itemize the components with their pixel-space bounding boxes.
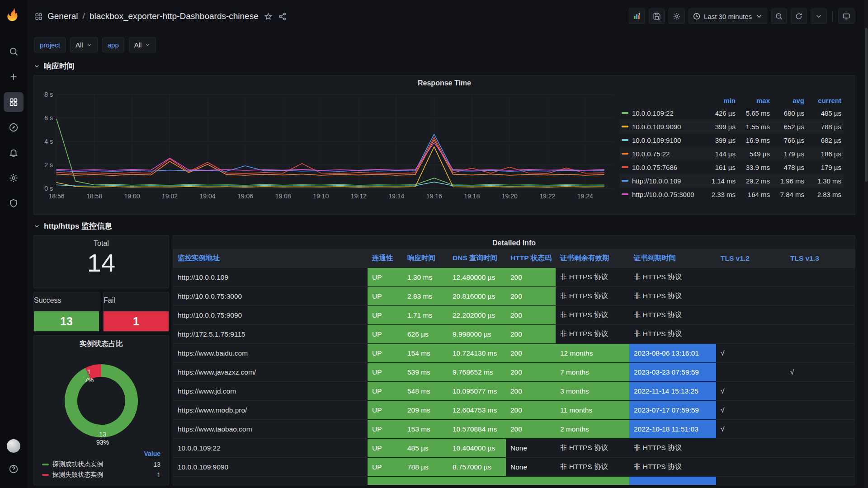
column-header[interactable]: 响应时间 bbox=[403, 249, 448, 268]
legend-series-name[interactable]: 10.0.0.109:9100 bbox=[622, 136, 701, 144]
slice-label[interactable]: 探测失败状态实例 bbox=[52, 471, 153, 479]
legend-max: 5.65 ms bbox=[736, 109, 770, 117]
breadcrumb-folder[interactable]: General bbox=[47, 11, 78, 21]
clock-icon bbox=[693, 12, 701, 20]
panel-title[interactable]: Detailed Info bbox=[173, 235, 855, 249]
variable-app-label[interactable]: app bbox=[102, 38, 124, 52]
stat-title: Fail bbox=[104, 292, 169, 305]
cell-cert-expiry: 2023-03-23 07:59:59 bbox=[629, 363, 716, 382]
slice-value: 13 bbox=[153, 461, 160, 468]
legend-min: 144 µs bbox=[701, 150, 736, 158]
legend-avg: 766 µs bbox=[770, 136, 804, 144]
time-range-picker[interactable]: Last 30 minutes bbox=[689, 9, 767, 24]
legend-series-name[interactable]: 10.0.0.109:22 bbox=[622, 109, 701, 117]
breadcrumb-dashboard-title[interactable]: blackbox_exporter-http-Dashboards-chines… bbox=[90, 11, 259, 21]
cell-cert-expiry: 非 HTTPS 协议 bbox=[629, 325, 716, 344]
donut-legend-row: 探测成功状态实例13 bbox=[42, 459, 160, 469]
column-header[interactable]: 连通性 bbox=[368, 249, 403, 268]
cell-tls13 bbox=[786, 325, 855, 344]
variable-project-dropdown[interactable]: All bbox=[70, 38, 98, 52]
column-header[interactable]: DNS 查询时间 bbox=[448, 249, 506, 268]
legend-sort-min[interactable]: min bbox=[701, 97, 736, 104]
star-icon[interactable] bbox=[264, 12, 273, 21]
table-row: https://www.javazxz.com/UP539 ms9.768652… bbox=[173, 363, 855, 382]
series-color-swatch bbox=[622, 166, 628, 168]
column-header[interactable]: 证书剩余有效期 bbox=[556, 249, 629, 268]
cell-cert-remaining: 非 HTTPS 协议 bbox=[556, 439, 629, 458]
legend-sort-current[interactable]: current bbox=[804, 97, 841, 104]
panel-title[interactable]: 实例状态占比 bbox=[34, 339, 169, 349]
column-header[interactable]: TLS v1.2 bbox=[716, 249, 786, 268]
cell-tls12: √ bbox=[716, 344, 786, 363]
slice-label[interactable]: 探测成功状态实例 bbox=[52, 460, 150, 469]
cell-tls13: √ bbox=[786, 363, 855, 382]
apps-grid-icon[interactable] bbox=[34, 12, 43, 21]
refresh-icon[interactable] bbox=[791, 9, 807, 24]
legend-series-name[interactable]: 10.0.0.109:9090 bbox=[622, 123, 701, 131]
svg-text:19:24: 19:24 bbox=[577, 192, 593, 200]
cell-tls13 bbox=[786, 382, 855, 401]
legend-sort-avg[interactable]: avg bbox=[770, 97, 804, 104]
legend-series-name[interactable]: 10.0.0.75:22 bbox=[622, 150, 701, 158]
column-header[interactable]: 监控实例地址 bbox=[173, 249, 368, 268]
chevron-down-icon bbox=[86, 42, 92, 48]
create-plus-icon[interactable] bbox=[4, 67, 24, 87]
cell-dns-lookup: 10.404000 µs bbox=[448, 439, 506, 458]
variable-project-label[interactable]: project bbox=[34, 38, 66, 52]
slice-color-swatch bbox=[42, 464, 49, 465]
row-toggle-http-info[interactable]: http/https 监控信息 bbox=[33, 217, 855, 235]
row-toggle-response-time[interactable]: 响应时间 bbox=[33, 57, 855, 75]
cell-dns-lookup: 8.757000 µs bbox=[448, 458, 506, 477]
server-admin-shield-icon[interactable] bbox=[4, 193, 24, 213]
column-header[interactable]: TLS v1.3 bbox=[786, 249, 855, 268]
page-scrollbar[interactable] bbox=[864, 0, 868, 488]
success-value: 13 bbox=[34, 311, 99, 331]
legend-series-name[interactable]: http://10.0.0.75:3000 bbox=[622, 191, 701, 198]
refresh-interval-chevron-icon[interactable] bbox=[811, 9, 827, 24]
response-time-panel: Response Time 18:5618:5819:0019:0219:041… bbox=[33, 75, 855, 215]
cell-tls13 bbox=[786, 268, 855, 287]
cell-response-time bbox=[403, 477, 448, 486]
detailed-info-panel: Detailed Info 监控实例地址连通性响应时间DNS 查询时间HTTP … bbox=[173, 235, 855, 485]
alerting-bell-icon[interactable] bbox=[4, 143, 24, 163]
user-avatar[interactable] bbox=[7, 439, 20, 453]
cell-response-time: 485 µs bbox=[403, 439, 448, 458]
cycle-view-monitor-icon[interactable] bbox=[838, 9, 854, 24]
help-icon[interactable] bbox=[4, 459, 24, 479]
save-dashboard-icon[interactable] bbox=[649, 9, 665, 24]
explore-compass-icon[interactable] bbox=[4, 117, 24, 137]
column-header[interactable]: HTTP 状态码 bbox=[506, 249, 556, 268]
column-header[interactable]: 证书到期时间 bbox=[629, 249, 716, 268]
table-row: http://172.5.1.75:9115UP626 µs9.998000 µ… bbox=[173, 325, 855, 344]
legend-series-name[interactable]: http://10.0.0.109 bbox=[622, 177, 701, 185]
zoom-out-icon[interactable] bbox=[771, 9, 787, 24]
cell-connectivity: UP bbox=[368, 458, 403, 477]
cell-dns-lookup: 9.998000 µs bbox=[448, 325, 506, 344]
legend-sort-max[interactable]: max bbox=[736, 97, 770, 104]
configuration-gear-icon[interactable] bbox=[4, 168, 24, 188]
series-color-swatch bbox=[622, 112, 628, 114]
svg-text:18:56: 18:56 bbox=[48, 192, 64, 200]
response-chart[interactable]: 18:5618:5819:0019:0219:0419:0619:0819:10… bbox=[37, 89, 616, 205]
grafana-logo-icon[interactable] bbox=[5, 6, 22, 23]
share-icon[interactable] bbox=[278, 12, 287, 21]
cell-http-status: 200 bbox=[506, 268, 556, 287]
panel-title[interactable]: Response Time bbox=[34, 75, 855, 89]
dashboards-icon[interactable] bbox=[4, 92, 24, 112]
cell-tls12 bbox=[716, 363, 786, 382]
add-panel-icon[interactable] bbox=[629, 9, 645, 24]
breadcrumb-separator: / bbox=[83, 11, 85, 21]
legend-max: 164 ms bbox=[736, 191, 770, 198]
series-color-swatch bbox=[622, 153, 628, 155]
legend-series-name[interactable]: 10.0.0.75:7686 bbox=[622, 164, 701, 171]
slice-color-swatch bbox=[42, 474, 49, 476]
dashboard-settings-gear-icon[interactable] bbox=[669, 9, 685, 24]
svg-text:19:08: 19:08 bbox=[275, 192, 291, 200]
legend-current: 186 µs bbox=[804, 150, 841, 158]
cell-tls13 bbox=[786, 458, 855, 477]
legend-min: 1.14 ms bbox=[701, 177, 736, 185]
cell-tls13 bbox=[786, 401, 855, 420]
variable-app-dropdown[interactable]: All bbox=[129, 38, 156, 52]
search-icon[interactable] bbox=[4, 42, 24, 61]
donut-legend-value-header[interactable]: Value bbox=[42, 450, 160, 457]
